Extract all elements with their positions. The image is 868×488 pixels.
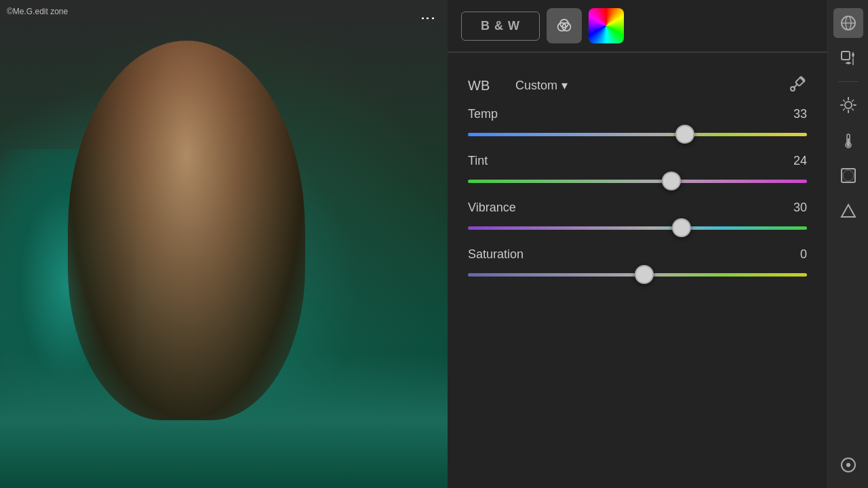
wb-label: WB bbox=[468, 78, 509, 94]
svg-point-29 bbox=[846, 463, 850, 467]
svg-point-26 bbox=[843, 170, 854, 181]
svg-line-19 bbox=[852, 100, 853, 102]
tint-track[interactable] bbox=[468, 180, 807, 183]
temp-track[interactable] bbox=[468, 133, 807, 136]
saturation-thumb[interactable] bbox=[635, 265, 654, 284]
right-sidebar bbox=[827, 0, 868, 488]
tint-header: Tint 24 bbox=[468, 154, 807, 168]
saturation-track[interactable] bbox=[468, 273, 807, 277]
temp-label: Temp bbox=[468, 107, 498, 121]
temperature-tool-button[interactable] bbox=[833, 125, 863, 155]
temp-value: 33 bbox=[780, 107, 807, 121]
more-tools-button[interactable] bbox=[833, 450, 863, 480]
saturation-header: Saturation 0 bbox=[468, 247, 807, 262]
vibrance-track[interactable] bbox=[468, 226, 807, 230]
watermark-text: ©Me.G.edit zone bbox=[7, 7, 68, 16]
orb-icon bbox=[840, 14, 857, 32]
svg-point-6 bbox=[791, 87, 795, 91]
right-panel: B & W WB Custom ▾ bbox=[448, 0, 868, 488]
vibrance-slider-row: Vibrance 30 bbox=[468, 201, 807, 235]
sidebar-divider bbox=[838, 81, 859, 82]
bw-button[interactable]: B & W bbox=[461, 12, 540, 41]
wb-preset-button[interactable]: Custom ▾ bbox=[515, 78, 568, 93]
enhance-icon bbox=[840, 49, 857, 67]
tint-thumb[interactable] bbox=[662, 171, 681, 190]
photo-background bbox=[0, 0, 448, 488]
subject-figure bbox=[68, 41, 305, 420]
saturation-label: Saturation bbox=[468, 247, 524, 262]
vignette-icon bbox=[840, 167, 857, 184]
saturation-value: 0 bbox=[780, 247, 807, 262]
saturation-track-container bbox=[468, 267, 807, 282]
three-circles-icon bbox=[556, 18, 572, 34]
enhance-tool-button[interactable] bbox=[833, 43, 863, 73]
vibrance-track-container bbox=[468, 220, 807, 235]
vibrance-value: 30 bbox=[780, 201, 807, 215]
color-wheel-button[interactable] bbox=[589, 8, 624, 43]
temp-track-container bbox=[468, 127, 807, 142]
tint-value: 24 bbox=[780, 154, 807, 168]
geometry-tool-button[interactable] bbox=[833, 196, 863, 226]
vibrance-label: Vibrance bbox=[468, 201, 516, 215]
sliders-section: Temp 33 Tint 24 Vibrance 30 bbox=[448, 102, 827, 488]
temp-thumb[interactable] bbox=[675, 125, 694, 144]
eyedropper-icon bbox=[789, 75, 807, 92]
tint-label: Tint bbox=[468, 154, 488, 168]
svg-rect-5 bbox=[795, 77, 805, 86]
saturation-slider-row: Saturation 0 bbox=[468, 247, 807, 282]
sun-icon bbox=[840, 96, 857, 114]
chevron-down-icon: ▾ bbox=[561, 78, 568, 93]
svg-line-20 bbox=[843, 109, 844, 110]
svg-line-18 bbox=[852, 109, 853, 110]
eyedropper-button[interactable] bbox=[789, 75, 807, 96]
temp-header: Temp 33 bbox=[468, 107, 807, 121]
svg-line-17 bbox=[843, 100, 844, 102]
tint-slider-row: Tint 24 bbox=[468, 154, 807, 188]
vibrance-header: Vibrance 30 bbox=[468, 201, 807, 215]
wb-row: WB Custom ▾ bbox=[448, 61, 827, 102]
vignette-tool-button[interactable] bbox=[833, 161, 863, 190]
wb-preset-label: Custom bbox=[515, 79, 557, 93]
more-icon bbox=[840, 456, 857, 474]
color-mix-button[interactable] bbox=[547, 8, 582, 43]
svg-marker-27 bbox=[842, 205, 855, 217]
temp-slider-row: Temp 33 bbox=[468, 107, 807, 142]
controls-area: B & W WB Custom ▾ bbox=[448, 0, 827, 488]
photo-panel: ©Me.G.edit zone ⋮ bbox=[0, 0, 448, 488]
light-tool-button[interactable] bbox=[833, 90, 863, 120]
tint-track-container bbox=[468, 174, 807, 188]
triangle-icon bbox=[840, 202, 857, 220]
vibrance-thumb[interactable] bbox=[672, 218, 691, 237]
thermometer-icon bbox=[840, 131, 857, 149]
top-toolbar: B & W bbox=[448, 0, 827, 52]
svg-rect-25 bbox=[842, 169, 855, 182]
orb-tool-button[interactable] bbox=[833, 8, 863, 38]
photo-options-button[interactable]: ⋮ bbox=[419, 11, 437, 27]
svg-point-24 bbox=[846, 144, 850, 147]
svg-rect-10 bbox=[842, 52, 850, 60]
svg-point-12 bbox=[845, 102, 852, 108]
